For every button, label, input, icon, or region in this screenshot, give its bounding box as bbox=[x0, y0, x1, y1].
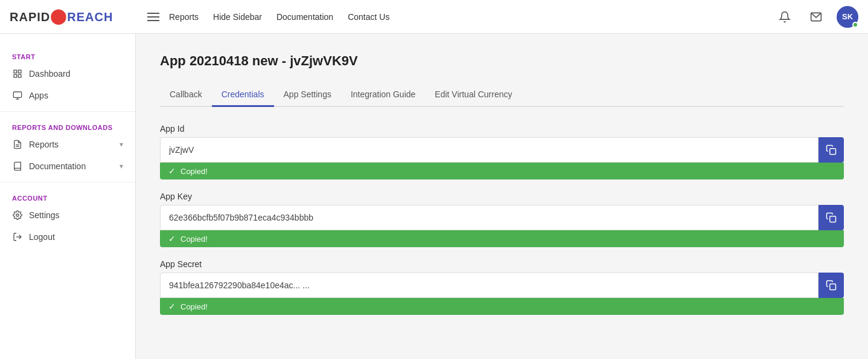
copy-icon-2 bbox=[826, 212, 837, 223]
app-id-copy-button[interactable] bbox=[819, 137, 844, 163]
app-id-input[interactable] bbox=[160, 137, 819, 163]
documentation-icon bbox=[12, 161, 23, 172]
check-icon-2: ✓ bbox=[168, 234, 176, 244]
svg-rect-1 bbox=[14, 70, 17, 73]
app-secret-copied-banner: ✓ Copied! bbox=[160, 298, 844, 315]
app-id-label: App Id bbox=[160, 124, 844, 134]
app-key-section: App Key ✓ Copied! bbox=[160, 192, 844, 247]
svg-rect-5 bbox=[13, 92, 21, 97]
logo: RAPID⬤REACH bbox=[10, 9, 142, 24]
sidebar-item-logout[interactable]: Logout bbox=[0, 226, 135, 248]
sidebar-item-dashboard[interactable]: Dashboard bbox=[0, 63, 135, 85]
tab-integration-guide[interactable]: Integration Guide bbox=[341, 83, 425, 107]
tab-edit-virtual-currency[interactable]: Edit Virtual Currency bbox=[425, 83, 522, 107]
check-icon-1: ✓ bbox=[168, 166, 176, 176]
app-key-copy-button[interactable] bbox=[819, 205, 844, 230]
settings-label: Settings bbox=[29, 210, 60, 220]
svg-point-10 bbox=[16, 214, 19, 216]
check-icon-3: ✓ bbox=[168, 302, 176, 311]
nav-right: SK bbox=[774, 6, 858, 28]
user-avatar[interactable]: SK bbox=[837, 6, 858, 28]
sidebar-item-settings[interactable]: Settings bbox=[0, 204, 135, 226]
nav-documentation-link[interactable]: Documentation bbox=[276, 12, 333, 22]
tab-app-settings[interactable]: App Settings bbox=[274, 83, 341, 107]
start-section-label: Start bbox=[0, 46, 135, 63]
copy-icon bbox=[826, 144, 837, 155]
dashboard-icon bbox=[12, 68, 23, 79]
app-key-copied-banner: ✓ Copied! bbox=[160, 230, 844, 247]
svg-rect-3 bbox=[14, 74, 17, 77]
app-id-section: App Id ✓ Copied! bbox=[160, 124, 844, 180]
mail-icon bbox=[810, 11, 822, 23]
dashboard-label: Dashboard bbox=[29, 69, 71, 79]
apps-icon bbox=[12, 90, 23, 101]
svg-rect-12 bbox=[830, 149, 836, 155]
app-secret-row bbox=[160, 273, 844, 298]
notification-button[interactable] bbox=[774, 6, 796, 28]
messages-button[interactable] bbox=[805, 6, 827, 28]
app-id-copied-banner: ✓ Copied! bbox=[160, 163, 844, 180]
tab-callback[interactable]: Callback bbox=[160, 83, 212, 107]
hamburger-button[interactable] bbox=[142, 8, 164, 26]
apps-label: Apps bbox=[29, 91, 48, 100]
logout-label: Logout bbox=[29, 232, 55, 242]
tab-credentials[interactable]: Credentials bbox=[212, 83, 274, 107]
app-key-row bbox=[160, 205, 844, 230]
sidebar-divider-2 bbox=[0, 182, 135, 183]
sidebar: Start Dashboard Apps Reports and Downloa… bbox=[0, 34, 136, 359]
bell-icon bbox=[779, 11, 791, 23]
app-secret-input[interactable] bbox=[160, 273, 819, 298]
layout: Start Dashboard Apps Reports and Downloa… bbox=[0, 34, 868, 359]
app-key-input[interactable] bbox=[160, 205, 819, 230]
nav-reports-link[interactable]: Reports bbox=[169, 12, 199, 22]
page-title: App 20210418 new - jvZjwVK9V bbox=[160, 53, 844, 69]
sidebar-item-reports[interactable]: Reports ▾ bbox=[0, 134, 135, 155]
online-indicator bbox=[852, 22, 858, 28]
copy-icon-3 bbox=[826, 280, 837, 291]
nav-hide-sidebar-link[interactable]: Hide Sidebar bbox=[213, 12, 262, 22]
nav-links: Reports Hide Sidebar Documentation Conta… bbox=[169, 12, 774, 22]
reports-label: Reports bbox=[29, 140, 59, 149]
documentation-chevron: ▾ bbox=[120, 162, 123, 170]
app-key-label: App Key bbox=[160, 192, 844, 201]
settings-icon bbox=[12, 210, 23, 221]
tabs-container: Callback Credentials App Settings Integr… bbox=[160, 83, 844, 107]
sidebar-item-apps[interactable]: Apps bbox=[0, 85, 135, 106]
sidebar-divider-1 bbox=[0, 111, 135, 112]
reports-section-label: Reports and Downloads bbox=[0, 117, 135, 134]
documentation-label: Documentation bbox=[29, 161, 86, 171]
app-secret-section: App Secret ✓ Copied! bbox=[160, 259, 844, 315]
app-secret-copy-button[interactable] bbox=[819, 273, 844, 298]
nav-contact-link[interactable]: Contact Us bbox=[348, 12, 389, 22]
topnav: RAPID⬤REACH Reports Hide Sidebar Documen… bbox=[0, 0, 868, 34]
account-section-label: Account bbox=[0, 187, 135, 204]
svg-rect-2 bbox=[18, 70, 21, 73]
svg-rect-14 bbox=[830, 284, 836, 290]
sidebar-item-documentation[interactable]: Documentation ▾ bbox=[0, 155, 135, 177]
logout-icon bbox=[12, 231, 23, 242]
credentials-panel: App Id ✓ Copied! App Key bbox=[160, 124, 844, 315]
main-content: App 20210418 new - jvZjwVK9V Callback Cr… bbox=[136, 34, 868, 359]
svg-rect-13 bbox=[830, 216, 836, 222]
reports-chevron: ▾ bbox=[120, 140, 123, 149]
app-secret-label: App Secret bbox=[160, 259, 844, 269]
app-id-row bbox=[160, 137, 844, 163]
svg-rect-4 bbox=[18, 74, 21, 77]
reports-icon bbox=[12, 139, 23, 150]
